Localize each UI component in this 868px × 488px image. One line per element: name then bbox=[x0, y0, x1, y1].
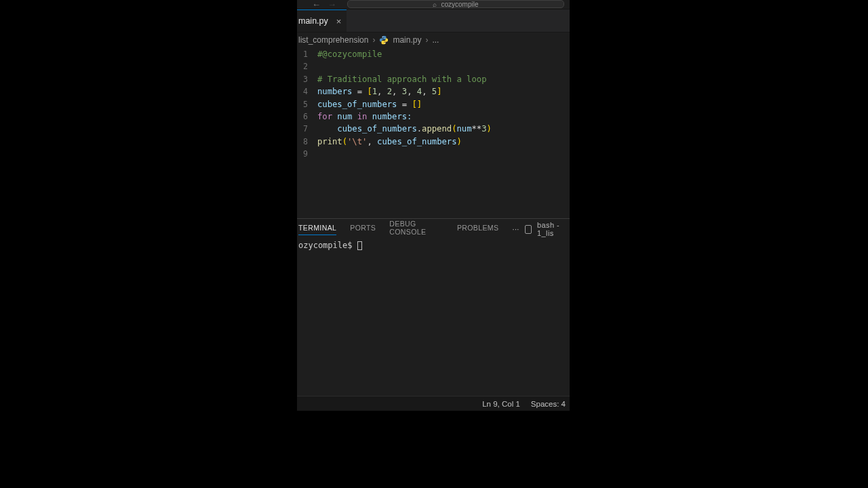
svg-point-0 bbox=[382, 37, 383, 37]
crumb-file[interactable]: main.py bbox=[393, 35, 421, 45]
tab-terminal[interactable]: TERMINAL bbox=[298, 224, 336, 235]
more-icon[interactable]: ··· bbox=[512, 225, 519, 233]
terminal-cursor bbox=[357, 241, 362, 250]
tab-label: main.py bbox=[298, 16, 328, 26]
tab-ports[interactable]: PORTS bbox=[350, 224, 376, 235]
tab-main-py[interactable]: main.py × bbox=[297, 9, 347, 32]
tab-problems[interactable]: PROBLEMS bbox=[457, 224, 499, 235]
line-number: 5 bbox=[297, 98, 317, 110]
line-number: 2 bbox=[297, 60, 317, 73]
status-spaces[interactable]: Spaces: 4 bbox=[531, 400, 566, 408]
vscode-window: ← → ⌕ cozycompile main.py × list_compreh… bbox=[297, 0, 570, 411]
shell-label[interactable]: bash - 1_lis bbox=[537, 221, 568, 237]
tab-bar: main.py × bbox=[297, 9, 570, 33]
nav-arrows: ← → bbox=[312, 0, 336, 9]
tab-debug-console[interactable]: DEBUG CONSOLE bbox=[389, 220, 443, 239]
shell-icon bbox=[525, 225, 532, 234]
code-editor[interactable]: 1#@cozycompile 2 3# Traditional approach… bbox=[297, 47, 570, 218]
chevron-right-icon: › bbox=[372, 35, 375, 45]
breadcrumbs[interactable]: list_comprehension › main.py › ... bbox=[297, 33, 570, 47]
line-number: 7 bbox=[297, 123, 317, 135]
line-number: 3 bbox=[297, 73, 317, 85]
crumb-folder[interactable]: list_comprehension bbox=[298, 35, 368, 45]
title-bar: ← → ⌕ cozycompile bbox=[297, 0, 570, 9]
forward-icon[interactable]: → bbox=[328, 0, 336, 9]
status-cursor[interactable]: Ln 9, Col 1 bbox=[482, 400, 520, 408]
line-number: 6 bbox=[297, 110, 317, 123]
search-icon: ⌕ bbox=[433, 1, 437, 8]
python-icon bbox=[379, 35, 389, 45]
bottom-panel: TERMINAL PORTS DEBUG CONSOLE PROBLEMS ··… bbox=[297, 218, 570, 396]
crumb-tail[interactable]: ... bbox=[432, 35, 439, 45]
terminal-prompt: ozycompile$ bbox=[298, 241, 357, 250]
command-center[interactable]: ⌕ cozycompile bbox=[347, 0, 564, 8]
panel-tabs: TERMINAL PORTS DEBUG CONSOLE PROBLEMS ··… bbox=[297, 219, 570, 239]
chevron-right-icon: › bbox=[425, 35, 428, 45]
back-icon[interactable]: ← bbox=[312, 0, 321, 9]
line-number: 1 bbox=[297, 48, 317, 60]
terminal[interactable]: ozycompile$ bbox=[297, 239, 570, 396]
line-number: 4 bbox=[297, 85, 317, 98]
status-bar: Ln 9, Col 1 Spaces: 4 bbox=[297, 396, 570, 411]
line-number: 8 bbox=[297, 136, 317, 148]
svg-point-1 bbox=[385, 43, 386, 43]
line-number: 9 bbox=[297, 148, 317, 160]
search-placeholder: cozycompile bbox=[441, 1, 478, 8]
close-icon[interactable]: × bbox=[336, 16, 342, 26]
